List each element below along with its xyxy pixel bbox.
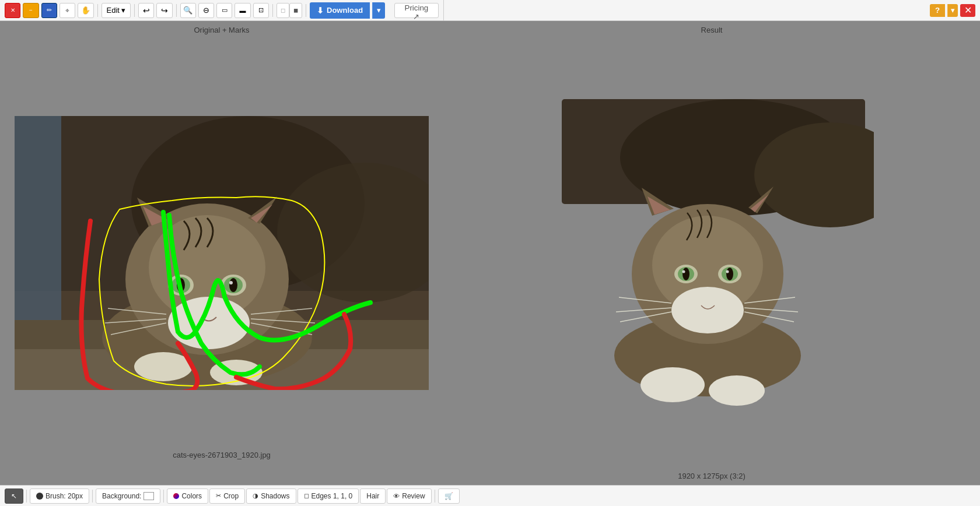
zoom-out-button[interactable]: ⊖ [198, 3, 214, 18]
svg-point-47 [726, 268, 733, 280]
background-label: Background: [102, 492, 141, 500]
left-panel-label: Original + Marks [194, 26, 250, 34]
cart-button[interactable]: 🛒 [438, 489, 460, 504]
redo-icon: ↪ [161, 6, 168, 15]
edit-arrow-icon: ▾ [121, 6, 125, 15]
cursor-tool-icon: ↖ [11, 492, 17, 500]
image-filename: cats-eyes-2671903_1920.jpg [173, 451, 271, 459]
colors-button[interactable]: Colors [167, 489, 208, 504]
edit-button[interactable]: Edit ▾ [102, 3, 131, 18]
bottom-sep-1 [26, 490, 27, 503]
help-button[interactable]: ? [930, 4, 945, 17]
edges-icon: ◻ [304, 492, 309, 500]
cat-photo-left [15, 116, 429, 390]
edges-button[interactable]: ◻ Edges 1, 1, 0 [298, 489, 359, 504]
lasso-button[interactable]: ⌖ [60, 3, 75, 18]
background-color-swatch [144, 492, 154, 500]
shadows-icon: ◑ [253, 492, 258, 500]
cursor-tool-button[interactable]: ↖ [5, 489, 23, 504]
inspect-button[interactable]: 🔍 [180, 3, 196, 18]
crop-label: Crop [223, 492, 239, 500]
review-label: Review [402, 492, 425, 500]
right-panel: Result [443, 21, 980, 506]
svg-point-21 [229, 281, 233, 284]
cat-image-left [15, 116, 429, 390]
pencil-button[interactable]: ✏ [41, 3, 57, 18]
hair-button[interactable]: Hair [360, 489, 386, 504]
cart-icon: 🛒 [444, 492, 453, 500]
close-window-button[interactable]: ✕ [5, 3, 20, 18]
opacity-btn2[interactable]: ◼ [289, 3, 302, 18]
close-app-button[interactable]: ✕ [960, 4, 975, 17]
edit-label: Edit [107, 6, 120, 15]
close-app-icon: ✕ [964, 5, 972, 16]
cat-image-result [550, 99, 874, 428]
toolbar-separator-3 [176, 4, 177, 17]
svg-point-49 [726, 270, 729, 273]
colors-icon [173, 493, 179, 499]
dimensions-text: 1920 x 1275px (3:2) [678, 472, 746, 480]
right-top-bar: ? ▾ ✕ [443, 0, 980, 21]
download-label: Download [327, 6, 363, 15]
bottom-sep-2 [92, 490, 93, 503]
brush-size-item[interactable]: Brush: 20px [30, 489, 89, 504]
toolbar-separator-4 [272, 4, 273, 17]
bottom-sep-3 [163, 490, 164, 503]
svg-point-51 [671, 287, 744, 333]
svg-point-46 [682, 268, 690, 280]
review-icon: 👁 [393, 493, 400, 500]
hair-label: Hair [366, 492, 379, 500]
help-icon: ? [935, 6, 940, 15]
toolbar-separator-5 [306, 4, 306, 17]
pricing-label: Pricing ↗ [405, 3, 429, 21]
shadows-button[interactable]: ◑ Shadows [246, 489, 296, 504]
right-panel-label: Result [701, 26, 723, 34]
right-panel-title: Result [701, 26, 723, 34]
colors-label: Colors [181, 492, 202, 500]
download-dropdown-icon: ▾ [377, 6, 381, 15]
opacity-btn[interactable]: ◻ [276, 3, 289, 18]
brush-dot-icon [36, 493, 43, 500]
shadows-label: Shadows [261, 492, 289, 500]
crop-button[interactable]: ✂ Crop [209, 489, 245, 504]
svg-point-48 [682, 270, 685, 273]
svg-point-53 [709, 375, 765, 406]
svg-rect-6 [15, 116, 61, 320]
download-dropdown-button[interactable]: ▾ [372, 2, 385, 19]
svg-point-52 [640, 367, 705, 402]
help-dropdown-button[interactable]: ▾ [947, 4, 958, 17]
split-view-button[interactable]: ⊡ [253, 3, 269, 18]
left-panel: Original + Marks [0, 21, 443, 485]
image-dimensions: 1920 x 1275px (3:2) [678, 472, 746, 480]
undo-button[interactable]: ↩ [138, 3, 154, 18]
undo-icon: ↩ [143, 6, 150, 15]
background-item[interactable]: Background: [96, 489, 160, 504]
filename-text: cats-eyes-2671903_1920.jpg [173, 451, 271, 459]
bottom-toolbar: ↖ Brush: 20px Background: Colors ✂ Crop … [0, 485, 980, 506]
redo-button[interactable]: ↪ [156, 3, 172, 18]
review-button[interactable]: 👁 Review [387, 489, 431, 504]
right-image-area [550, 99, 874, 428]
download-button[interactable]: ⬇ Download [310, 2, 370, 19]
toolbar-separator-1 [97, 4, 98, 17]
top-toolbar: ✕ − ✏ ⌖ ✋ Edit ▾ ↩ ↪ 🔍 ⊖ ▭ ▬ ⊡ ◻ [0, 0, 443, 21]
minimize-window-button[interactable]: − [23, 3, 38, 18]
hand-tool-button[interactable]: ✋ [78, 3, 93, 18]
left-image-area[interactable] [15, 116, 429, 390]
svg-point-30 [134, 352, 192, 381]
toolbar-separator-2 [134, 4, 135, 17]
edges-label: Edges 1, 1, 0 [312, 492, 353, 500]
crop-icon: ✂ [216, 492, 221, 500]
result-cat-photo [550, 99, 874, 428]
bottom-sep-4 [435, 490, 435, 503]
help-dropdown-icon: ▾ [951, 6, 955, 15]
fit-button[interactable]: ▭ [216, 3, 232, 18]
svg-point-19 [229, 278, 237, 292]
left-panel-title: Original + Marks [194, 26, 250, 34]
brush-size-label: Brush: 20px [46, 492, 83, 500]
crop-view-button[interactable]: ▬ [235, 3, 250, 18]
toolbar-spacer: ◻ ◼ [276, 3, 302, 18]
pricing-button[interactable]: Pricing ↗ [394, 3, 439, 18]
